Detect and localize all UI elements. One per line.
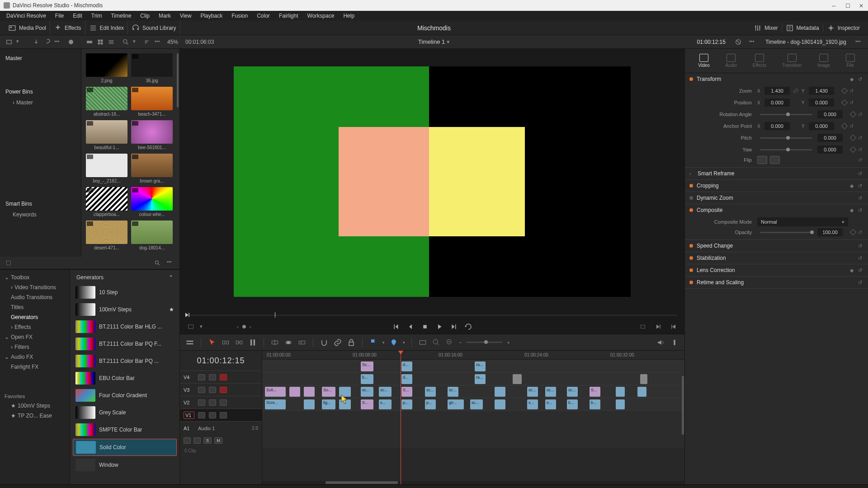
clip[interactable]: b... — [361, 374, 373, 384]
zoom-y-input[interactable]: 1.430 — [809, 87, 834, 95]
edit-index-button[interactable]: Edit Index — [100, 25, 124, 31]
overlay-icon[interactable] — [187, 323, 194, 330]
track-v1[interactable]: Scre...lig...S...s...p...p...gir...sc...… — [262, 398, 684, 410]
opacity-slider[interactable] — [760, 232, 812, 233]
media-thumb[interactable]: beautiful-1... — [86, 120, 127, 150]
inspector-tab-audio[interactable]: Audio — [725, 54, 737, 68]
clip[interactable]: b... — [590, 399, 600, 409]
clip[interactable] — [339, 387, 351, 397]
fx-item[interactable]: 10 Step — [73, 284, 177, 300]
timeline-name[interactable]: Timeline 1 — [418, 38, 445, 45]
section-composite[interactable]: Composite◆↺ — [685, 204, 868, 216]
close-icon[interactable]: ✕ — [859, 3, 864, 8]
inspector-button[interactable]: Inspector — [838, 25, 860, 31]
dots-icon[interactable]: ••• — [54, 38, 61, 46]
viewer-zoom[interactable]: 45% — [167, 39, 178, 45]
solo-button[interactable]: S — [203, 437, 212, 444]
menu-color[interactable]: Color — [253, 12, 274, 20]
search-icon[interactable] — [122, 38, 129, 46]
rotation-input[interactable]: 0.000 — [817, 110, 843, 118]
flag-icon[interactable] — [369, 338, 378, 347]
menu-clip[interactable]: Clip — [137, 12, 153, 20]
zoom-slider[interactable] — [466, 342, 502, 343]
smart-bins-header[interactable]: Smart Bins — [0, 198, 81, 210]
fx-toolbox[interactable]: ⌄Toolbox — [0, 272, 70, 282]
smartbin-keywords[interactable]: Keywords — [0, 210, 81, 220]
clip[interactable] — [495, 387, 505, 397]
dots-icon[interactable]: ••• — [155, 38, 162, 46]
lock-icon[interactable] — [198, 387, 205, 393]
power-bins-header[interactable]: Power Bins — [0, 86, 81, 98]
zoom-in-icon[interactable]: + — [507, 340, 509, 345]
go-in-icon[interactable] — [655, 323, 662, 330]
media-thumb[interactable]: beach-3471... — [131, 87, 173, 117]
keyframe-icon[interactable]: ◆ — [850, 267, 855, 273]
record-dot-icon[interactable] — [69, 40, 73, 44]
track-a1[interactable] — [262, 410, 684, 448]
reset-icon[interactable]: ↺ — [858, 183, 863, 188]
clip[interactable]: S... — [590, 387, 600, 397]
stop-icon[interactable] — [421, 323, 429, 331]
section-transform[interactable]: Transform ◆↺ — [685, 73, 868, 85]
bypass-icon[interactable] — [735, 38, 742, 46]
fx-video-transitions[interactable]: ›Video Transitions — [0, 282, 70, 292]
clip[interactable] — [304, 399, 315, 409]
import-icon[interactable] — [33, 38, 40, 46]
track-header-v2[interactable]: V2 — [180, 396, 262, 408]
keyframe-icon[interactable]: ◆ — [850, 207, 855, 213]
lock-icon[interactable] — [347, 338, 356, 347]
fx-openfx[interactable]: ⌄Open FX — [0, 332, 70, 342]
fx-generators[interactable]: Generators — [0, 312, 70, 322]
media-thumb[interactable]: colour-whe... — [131, 187, 173, 217]
keyframe-icon[interactable] — [850, 229, 856, 235]
timeline-tracks[interactable]: 01:00:00:0001:00:08:0001:00:16:0001:00:2… — [262, 351, 684, 484]
anchor-y-input[interactable]: 0.000 — [809, 122, 834, 130]
fx-item[interactable]: EBU Color Bar — [73, 370, 177, 386]
lock-icon[interactable] — [184, 437, 191, 444]
auto-select-icon[interactable] — [193, 437, 201, 444]
insert-icon[interactable] — [270, 338, 279, 347]
keyframe-icon[interactable] — [841, 123, 848, 129]
clip[interactable]: Scre... — [265, 399, 286, 409]
keyframe-icon[interactable] — [850, 135, 856, 141]
reset-icon[interactable]: ↺ — [858, 171, 863, 176]
overwrite-icon[interactable] — [284, 338, 293, 347]
media-thumb[interactable]: abstract-18... — [86, 87, 127, 117]
inspector-tab-effects[interactable]: Effects — [753, 54, 766, 68]
media-thumb[interactable]: bee-561801... — [131, 120, 173, 150]
auto-select-icon[interactable] — [209, 374, 216, 380]
pitch-slider[interactable] — [760, 137, 812, 139]
media-thumb[interactable]: 2.png — [86, 53, 127, 83]
marker-icon[interactable] — [389, 338, 398, 347]
media-thumb[interactable]: boy_-_2182... — [86, 154, 127, 183]
media-pool-button[interactable]: Media Pool — [19, 25, 46, 31]
track-header-v4[interactable]: V4 — [180, 371, 262, 383]
composite-mode-select[interactable]: Normal▾ — [757, 217, 848, 226]
clip[interactable] — [637, 387, 646, 397]
disable-icon[interactable] — [220, 412, 227, 418]
menu-app[interactable]: DaVinci Resolve — [3, 12, 50, 20]
fx-titles[interactable]: Titles — [0, 302, 70, 312]
pitch-input[interactable]: 0.000 — [817, 134, 843, 142]
library-icon[interactable] — [5, 260, 12, 266]
first-frame-icon[interactable] — [392, 323, 400, 331]
clip[interactable] — [616, 399, 625, 409]
menu-timeline[interactable]: Timeline — [107, 12, 135, 20]
viewer-scrubber[interactable] — [180, 311, 684, 319]
zoom-x-input[interactable]: 1.430 — [764, 87, 790, 95]
bin-view-icon[interactable] — [5, 38, 13, 46]
selection-tool-icon[interactable] — [208, 338, 217, 347]
section-smart-reframe[interactable]: ›Smart Reframe↺ — [685, 168, 868, 179]
last-frame-icon[interactable] — [450, 323, 458, 331]
auto-select-icon[interactable] — [209, 399, 216, 406]
menu-trim[interactable]: Trim — [88, 12, 106, 20]
inspector-tab-video[interactable]: Video — [698, 54, 709, 68]
anchor-x-input[interactable]: 0.000 — [764, 122, 790, 130]
section-stabilization[interactable]: Stabilization↺ — [685, 252, 868, 264]
flip-v-button[interactable] — [770, 156, 780, 164]
fx-audio-transitions[interactable]: Audio Transitions — [0, 292, 70, 302]
media-thumb[interactable]: 36.jpg — [131, 53, 173, 83]
lock-icon[interactable] — [198, 412, 205, 418]
maximize-icon[interactable]: ☐ — [845, 3, 851, 8]
fx-effects[interactable]: ›Effects — [0, 322, 70, 332]
